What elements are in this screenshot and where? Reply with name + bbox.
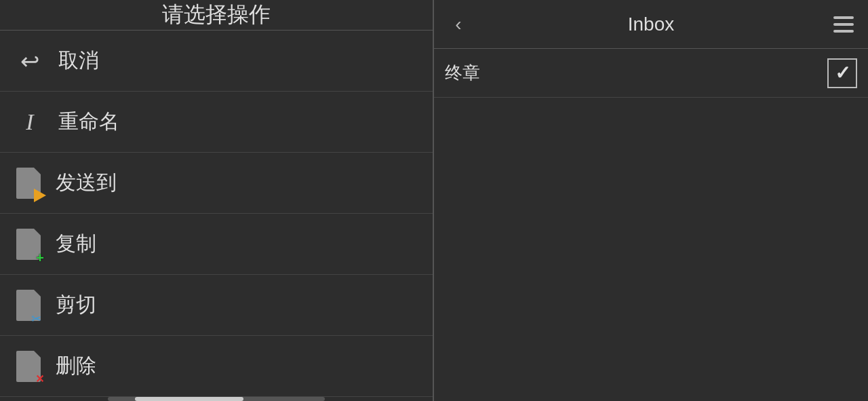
- checkmark-icon: ✓: [835, 62, 850, 84]
- menu-item-label-copy: 复制: [56, 230, 96, 258]
- menu-item-label-delete: 删除: [56, 352, 96, 380]
- back-button[interactable]: ‹: [445, 8, 472, 41]
- delete-icon: ✕: [14, 349, 43, 384]
- right-content: 终章 ✓: [434, 49, 868, 401]
- menu-item-label-undo: 取消: [58, 47, 99, 75]
- left-panel: 请选择操作 ↩ 取消 I 重命名 发送到 +: [0, 0, 434, 401]
- menu-line-1: [833, 16, 854, 19]
- left-scrollbar: [0, 397, 433, 401]
- menu-line-3: [833, 30, 854, 33]
- rename-icon: I: [14, 106, 46, 138]
- inbox-title: Inbox: [480, 14, 822, 35]
- menu-list: ↩ 取消 I 重命名 发送到 + 复制: [0, 31, 433, 397]
- cut-icon: ✂: [14, 288, 43, 323]
- hamburger-menu-button[interactable]: [830, 11, 857, 38]
- menu-item-send[interactable]: 发送到: [0, 153, 433, 214]
- menu-item-label-rename: 重命名: [58, 108, 119, 136]
- menu-item-label-send: 发送到: [56, 169, 117, 197]
- left-header-title: 请选择操作: [162, 0, 271, 30]
- menu-item-delete[interactable]: ✕ 删除: [0, 336, 433, 397]
- item-title: 终章: [445, 61, 827, 85]
- checkbox-button[interactable]: ✓: [827, 58, 857, 88]
- send-icon: [14, 166, 43, 201]
- left-header: 请选择操作: [0, 0, 433, 31]
- scrollbar-thumb: [135, 397, 243, 401]
- right-panel: ‹ Inbox 终章 ✓: [434, 0, 868, 401]
- menu-line-2: [833, 23, 854, 26]
- menu-item-undo[interactable]: ↩ 取消: [0, 31, 433, 92]
- menu-item-cut[interactable]: ✂ 剪切: [0, 275, 433, 336]
- menu-item-label-cut: 剪切: [56, 291, 96, 319]
- right-header: ‹ Inbox: [434, 0, 868, 49]
- copy-icon: +: [14, 227, 43, 262]
- menu-item-copy[interactable]: + 复制: [0, 214, 433, 275]
- undo-icon: ↩: [14, 45, 46, 77]
- menu-item-rename[interactable]: I 重命名: [0, 92, 433, 153]
- scrollbar-track: [108, 397, 325, 401]
- content-row-item: 终章 ✓: [434, 49, 868, 98]
